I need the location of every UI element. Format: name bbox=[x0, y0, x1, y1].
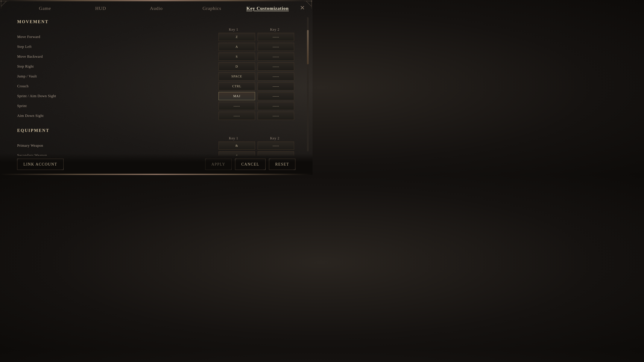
key2-button[interactable]: ----- bbox=[258, 72, 294, 80]
key2-button[interactable]: ----- bbox=[258, 52, 294, 61]
action-label: Primary Weapon bbox=[17, 143, 217, 148]
movement-section: MOVEMENT Key 1 Key 2 Move ForwardZ-----S… bbox=[17, 19, 296, 120]
main-content: MOVEMENT Key 1 Key 2 Move ForwardZ-----S… bbox=[0, 15, 312, 156]
svg-point-0 bbox=[0, 0, 2, 2]
action-label: Sprint / Aim Down Sight bbox=[17, 94, 217, 98]
key-row: Sprint---------- bbox=[17, 102, 296, 110]
key1-button[interactable]: S bbox=[218, 52, 255, 61]
key1-button[interactable]: D bbox=[218, 62, 255, 70]
bottom-border bbox=[0, 174, 312, 175]
tab-key-customization[interactable]: Key Customization bbox=[240, 4, 296, 13]
key2-button[interactable]: ----- bbox=[258, 62, 294, 70]
corner-decoration-tr bbox=[296, 0, 312, 17]
key1-button[interactable]: MAJ bbox=[218, 92, 255, 100]
equipment-section: EQUIPMENT Key 1 Key 2 Primary Weapon&---… bbox=[17, 128, 296, 156]
action-label: Sprint bbox=[17, 104, 217, 108]
action-label: Move Forward bbox=[17, 35, 217, 39]
svg-point-1 bbox=[311, 0, 312, 2]
key-row: CrouchCTRL----- bbox=[17, 82, 296, 90]
key2-button[interactable]: ----- bbox=[258, 43, 294, 51]
action-label: Step Left bbox=[17, 45, 217, 49]
equipment-header: EQUIPMENT bbox=[17, 128, 296, 133]
key2-button[interactable]: ----- bbox=[258, 82, 294, 90]
tab-graphics[interactable]: Graphics bbox=[184, 4, 240, 13]
key1-button[interactable]: ----- bbox=[218, 112, 255, 120]
apply-button[interactable]: APPLY bbox=[205, 159, 232, 170]
reset-button[interactable]: RESET bbox=[269, 159, 296, 170]
key2-button[interactable]: ----- bbox=[258, 102, 294, 110]
key-row: Move ForwardZ----- bbox=[17, 33, 296, 41]
bottom-right-buttons: APPLY CANCEL RESET bbox=[205, 159, 296, 170]
action-label: Move Backward bbox=[17, 54, 217, 59]
action-label: Jump / Vault bbox=[17, 74, 217, 78]
key2-button[interactable]: ----- bbox=[258, 92, 294, 100]
cancel-button[interactable]: CANCEL bbox=[235, 159, 266, 170]
equipment-key1-header: Key 1 bbox=[214, 136, 253, 140]
key-row: Aim Down Sight---------- bbox=[17, 112, 296, 120]
key-row: Jump / VaultSPACE----- bbox=[17, 72, 296, 80]
tab-hud[interactable]: HUD bbox=[73, 4, 128, 13]
key1-button[interactable]: CTRL bbox=[218, 82, 255, 90]
movement-key2-header: Key 2 bbox=[256, 28, 294, 31]
scrollbar-track bbox=[307, 17, 309, 151]
key-row: Step RightD----- bbox=[17, 62, 296, 70]
equipment-col-headers: Key 1 Key 2 bbox=[17, 136, 296, 140]
key1-button[interactable]: ----- bbox=[218, 102, 255, 110]
action-label: Step Right bbox=[17, 64, 217, 69]
scrollbar-thumb[interactable] bbox=[307, 30, 309, 64]
movement-col-headers: Key 1 Key 2 bbox=[17, 28, 296, 31]
link-account-button[interactable]: LINK ACCOUNT bbox=[17, 159, 64, 170]
key1-button[interactable]: & bbox=[218, 142, 255, 150]
key1-button[interactable]: SPACE bbox=[218, 72, 255, 80]
bottom-bar: LINK ACCOUNT APPLY CANCEL RESET bbox=[0, 154, 312, 175]
key1-button[interactable]: Z bbox=[218, 33, 255, 41]
tab-game[interactable]: Game bbox=[17, 4, 73, 13]
movement-key1-header: Key 1 bbox=[214, 28, 253, 31]
action-label: Crouch bbox=[17, 84, 217, 88]
key-row: Step LeftA----- bbox=[17, 43, 296, 51]
action-label: Aim Down Sight bbox=[17, 114, 217, 118]
key-row: Move BackwardS----- bbox=[17, 52, 296, 61]
movement-rows: Move ForwardZ-----Step LeftA-----Move Ba… bbox=[17, 33, 296, 120]
key-row: Sprint / Aim Down SightMAJ----- bbox=[17, 92, 296, 100]
equipment-key2-header: Key 2 bbox=[256, 136, 294, 140]
key2-button[interactable]: ----- bbox=[258, 112, 294, 120]
nav-tabs: Game HUD Audio Graphics Key Customizatio… bbox=[0, 0, 312, 15]
movement-header: MOVEMENT bbox=[17, 19, 296, 24]
key1-button[interactable]: A bbox=[218, 43, 255, 51]
corner-decoration-tl bbox=[0, 0, 17, 17]
key2-button[interactable]: ----- bbox=[258, 33, 294, 41]
tab-audio[interactable]: Audio bbox=[128, 4, 184, 13]
key-row: Primary Weapon&----- bbox=[17, 142, 296, 150]
key2-button[interactable]: ----- bbox=[258, 142, 294, 150]
